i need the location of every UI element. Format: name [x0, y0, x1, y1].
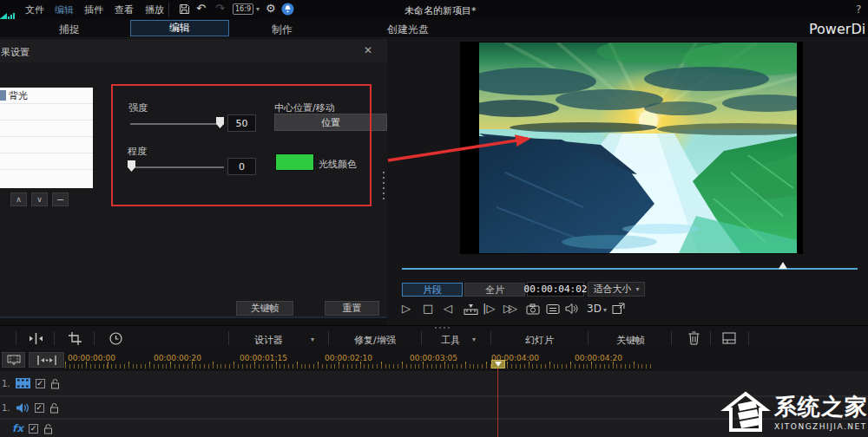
help-button[interactable]: ?	[856, 3, 861, 16]
fit-size-label: 适合大小	[593, 283, 631, 296]
keyframe-tool-button[interactable]: 关键帧	[616, 334, 645, 347]
trash-icon[interactable]	[688, 331, 700, 345]
volume-speaker-button[interactable]	[565, 303, 579, 315]
tools-button[interactable]: 工具	[441, 334, 460, 347]
fx-track-icon: fx	[12, 422, 23, 434]
next-frame-button[interactable]: |▷	[483, 302, 495, 315]
menu-play[interactable]: 播放	[145, 3, 164, 16]
effect-track-header: fx ✓	[0, 420, 65, 437]
close-icon[interactable]: ✕	[364, 44, 372, 56]
movie-mode-button[interactable]: 全片	[464, 283, 525, 297]
track-enable-checkbox[interactable]: ✓	[35, 403, 44, 413]
playhead-line[interactable]	[497, 368, 498, 437]
undo-icon[interactable]: ↶	[196, 2, 206, 15]
preview-video-image	[479, 42, 797, 253]
effect-list-empty-row	[0, 170, 93, 186]
timeline-ruler-ticks	[65, 364, 652, 369]
move-up-button[interactable]: ∧	[10, 192, 27, 206]
reset-button[interactable]: 重置	[325, 301, 379, 316]
track-lock-icon[interactable]	[49, 402, 59, 414]
watermark-logo-icon	[720, 388, 771, 434]
playhead-triangle-icon	[495, 362, 502, 367]
effect-list-empty-row	[0, 153, 93, 170]
chevron-down-icon[interactable]: ▾	[472, 336, 476, 343]
panel-splitter-handle[interactable]	[383, 172, 385, 199]
playhead-marker[interactable]	[491, 360, 505, 369]
save-icon[interactable]	[179, 3, 190, 15]
chevron-down-icon[interactable]: ▾	[256, 5, 260, 13]
snapshot-camera-button[interactable]	[526, 303, 540, 315]
seek-position-marker[interactable]	[779, 262, 787, 269]
tab-edit[interactable]: 编辑	[130, 20, 229, 36]
function-toolbar: 效果 设计器 ▾ 修复/增强 工具 ▾ 幻灯片 关键帧	[0, 325, 868, 349]
effect-panel-title: 果设置	[1, 46, 30, 59]
remove-effect-button[interactable]: −	[52, 192, 69, 206]
detach-window-button[interactable]	[612, 303, 625, 315]
slideshow-button[interactable]: 幻灯片	[525, 334, 554, 347]
intensity-slider-handle[interactable]	[216, 117, 224, 128]
effect-list-item[interactable]: 背光	[0, 88, 93, 104]
intensity-slider[interactable]	[130, 123, 224, 125]
brand-logo-text: PowerDi	[809, 21, 865, 37]
aspect-ratio-selector[interactable]: 16:9	[233, 3, 253, 15]
effect-thumbnail-icon	[0, 90, 6, 101]
effect-list-empty-row	[0, 137, 93, 153]
play-button[interactable]: ▷	[402, 302, 411, 315]
project-title: 未命名的新项目*	[404, 4, 477, 17]
track-enable-checkbox[interactable]: ✓	[36, 379, 45, 388]
fix-enhance-button[interactable]: 修复/增强	[354, 334, 396, 347]
degree-slider[interactable]	[130, 166, 224, 168]
previous-frame-button[interactable]: ◁	[444, 302, 452, 315]
tab-create-disc[interactable]: 创建光盘	[387, 23, 429, 37]
crop-icon[interactable]	[69, 332, 82, 345]
menu-plugins[interactable]: 插件	[84, 3, 103, 16]
clip-mode-button[interactable]: 片段	[402, 283, 463, 297]
effect-list[interactable]: 背光	[0, 88, 93, 188]
fit-size-dropdown[interactable]: 适合大小 ▾	[588, 282, 645, 297]
gear-icon[interactable]: ⚙	[266, 2, 276, 15]
video-frame	[460, 42, 803, 254]
degree-slider-handle[interactable]	[128, 160, 135, 172]
intensity-label: 强度	[128, 101, 148, 114]
notification-icon[interactable]	[281, 3, 294, 16]
degree-value[interactable]: 0	[227, 158, 256, 175]
duration-clock-icon[interactable]	[109, 332, 122, 345]
light-color-label: 光线颜色	[319, 158, 357, 171]
light-color-swatch[interactable]	[275, 153, 314, 171]
storyboard-panel-icon[interactable]	[722, 332, 736, 344]
step-ruler-button[interactable]	[464, 304, 478, 316]
track-number: 1.	[2, 379, 10, 388]
fast-forward-button[interactable]: ▷▷	[503, 302, 514, 315]
module-tab-bar: 捕捉 编辑 制作 创建光盘 PowerDi	[0, 19, 868, 38]
menu-edit[interactable]: 编辑	[55, 3, 74, 16]
effect-settings-panel: 果设置 ✕ 背光 ∧ ∨ − 强度 50 程度 0 中心位置/移动 位置	[0, 39, 387, 318]
track-enable-checkbox[interactable]: ✓	[29, 424, 38, 434]
powerdirector-window: 文件 编辑 插件 查看 播放 ↶ ↷ 16:9 ▾ ⚙ 未命名的新项目* ? 捕…	[0, 0, 868, 437]
video-track-header: 1. ✓	[0, 371, 65, 395]
designer-button[interactable]: 设计器	[254, 334, 283, 347]
chevron-down-icon[interactable]: ▾	[311, 336, 314, 343]
tab-capture[interactable]: 捕捉	[59, 23, 80, 37]
keyframe-button[interactable]: 关键帧	[236, 301, 293, 316]
3d-mode-button[interactable]: 3D	[587, 303, 602, 315]
tab-produce[interactable]: 制作	[272, 23, 293, 37]
move-down-button[interactable]: ∨	[31, 192, 48, 206]
preview-seek-bar[interactable]	[402, 268, 858, 270]
track-lock-icon[interactable]	[50, 378, 60, 389]
preview-timecode[interactable]: 00:00:04:02	[527, 282, 584, 297]
menu-file[interactable]: 文件	[25, 3, 44, 16]
effect-list-empty-row	[0, 104, 93, 121]
track-lock-icon[interactable]	[43, 423, 53, 434]
watermark-title: 系统之家	[774, 392, 868, 422]
split-clip-icon[interactable]	[29, 333, 43, 344]
track-number: 1.	[2, 403, 10, 413]
position-button[interactable]: 位置	[274, 114, 387, 131]
tab-edit-label: 编辑	[169, 21, 190, 36]
fit-timeline-button[interactable]	[29, 352, 64, 368]
intensity-value[interactable]: 50	[227, 114, 256, 132]
chevron-down-icon[interactable]: ▾	[603, 306, 607, 314]
stop-button[interactable]: □	[423, 302, 433, 315]
track-manager-button[interactable]	[2, 352, 25, 368]
menu-view[interactable]: 查看	[115, 3, 134, 16]
caption-list-button[interactable]	[546, 303, 560, 315]
